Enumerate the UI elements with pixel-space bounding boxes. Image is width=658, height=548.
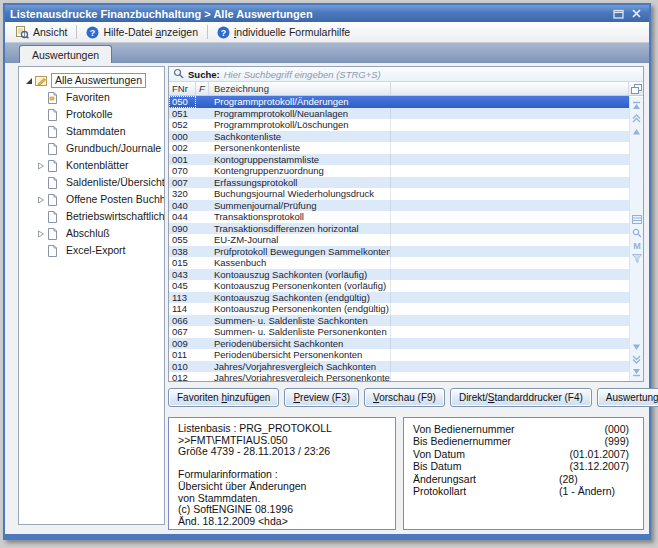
tab-auswertungen[interactable]: Auswertungen <box>19 45 112 63</box>
tree-item-label: Alle Auswertungen <box>51 73 146 88</box>
help-icon: ? <box>86 26 99 39</box>
table-row[interactable]: 001Kontogruppenstammliste <box>169 154 629 166</box>
preview-f3-button[interactable]: Preview (F3) <box>284 388 359 407</box>
parameter-label: Änderungsart <box>413 473 559 485</box>
magnifier-icon[interactable] <box>630 226 643 239</box>
table-row[interactable]: 114Kontoauszug Personenkonten (endgültig… <box>169 303 629 315</box>
table-row[interactable]: 050Programmprotokoll/Änderungen <box>169 96 629 108</box>
scroll-up-icon[interactable] <box>630 125 643 138</box>
cell-fnr: 055 <box>169 234 196 246</box>
cell-bezeichnung: Summen- u. Saldenliste Personenkonten <box>209 326 391 338</box>
table-row[interactable]: 038Prüfprotokoll Bewegungen Sammelkonten <box>169 246 629 258</box>
direct-standard-printer-button[interactable]: Direkt/Standarddrucker (F4) <box>450 388 592 407</box>
cell-fnr: 052 <box>169 119 196 131</box>
tree-item-2[interactable]: Stammdaten <box>19 123 164 140</box>
arrow-collapsed-icon[interactable] <box>37 196 45 204</box>
info-line: Größe 4739 - 28.11.2013 / 23:26 <box>178 446 386 458</box>
table-row[interactable]: 090Transaktionsdifferenzen horizontal <box>169 223 629 235</box>
scroll-page-up-icon[interactable] <box>630 112 643 125</box>
table-row[interactable]: 045Kontoauszug Personenkonten (vorläufig… <box>169 280 629 292</box>
tree-item-root[interactable]: Alle Auswertungen <box>19 72 164 89</box>
column-header-fnr[interactable]: FNr <box>169 82 196 95</box>
table-row[interactable]: 002Personenkontenliste <box>169 142 629 154</box>
parameter-value: (01.01.2007) <box>559 448 629 460</box>
table-row[interactable]: 070Kontengruppenzuordnung <box>169 165 629 177</box>
table-row[interactable]: 040Summenjournal/Prüfung <box>169 200 629 212</box>
table-row[interactable]: 052Programmprotokoll/Löschungen <box>169 119 629 131</box>
table-row[interactable]: 007Erfassungsprotokoll <box>169 177 629 189</box>
table-row[interactable]: 067Summen- u. Saldenliste Personenkonten <box>169 326 629 338</box>
add-favorites-button[interactable]: Favoriten hinzufügen <box>168 388 279 407</box>
page-icon <box>47 245 58 257</box>
scroll-down-icon[interactable] <box>630 340 643 353</box>
tree-item-3[interactable]: Grundbuch/Journale <box>19 140 164 157</box>
arrow-collapsed-icon[interactable] <box>37 230 45 238</box>
view-list-icon[interactable] <box>630 213 643 226</box>
scroll-page-down-icon[interactable] <box>630 353 643 366</box>
column-header-f[interactable]: F <box>196 82 209 95</box>
ansicht-button[interactable]: Ansicht <box>9 24 73 41</box>
column-chooser-icon[interactable] <box>629 82 643 95</box>
tree-item-5[interactable]: Saldenliste/Übersicht <box>19 174 164 191</box>
table-row[interactable]: 015Kassenbuch <box>169 257 629 269</box>
cell-fnr: 090 <box>169 223 196 235</box>
table-row[interactable]: 051Programmprotokoll/Neuanlagen <box>169 108 629 120</box>
report-table: Suche: Hier Suchbegriff eingeben (STRG+S… <box>168 66 644 382</box>
marker-icon[interactable]: M <box>630 239 643 252</box>
table-row[interactable]: 012Jahres/Vorjahresvergleich Personenkon… <box>169 372 629 381</box>
filter-icon[interactable] <box>630 252 643 265</box>
table-row[interactable]: 066Summen- u. Saldenliste Sachkonten <box>169 315 629 327</box>
tree-item-6[interactable]: Offene Posten Buchhaltung <box>19 191 164 208</box>
tree-item-label: Offene Posten Buchhaltung <box>63 193 165 206</box>
search-input[interactable]: Hier Suchbegriff eingeben (STRG+S) <box>224 69 381 80</box>
restore-icon[interactable] <box>610 7 626 20</box>
print-report-button[interactable]: Auswertung drucken <box>597 388 658 407</box>
table-row[interactable]: 010Jahres/Vorjahresvergleich Sachkonten <box>169 361 629 373</box>
cell-bezeichnung: Summenjournal/Prüfung <box>209 200 391 212</box>
table-row[interactable]: 011Periodenübersicht Personenkonten <box>169 349 629 361</box>
table-row[interactable]: 000Sachkontenliste <box>169 131 629 143</box>
tree-item-label: Saldenliste/Übersicht <box>63 176 165 189</box>
toolbar-separator <box>207 25 208 39</box>
column-header-bezeichnung[interactable]: Bezeichnung <box>209 82 391 95</box>
table-row[interactable]: 044Transaktionsprotokoll <box>169 211 629 223</box>
tree-item-8[interactable]: Abschluß <box>19 225 164 242</box>
cell-fnr: 015 <box>169 257 196 269</box>
arrow-collapsed-icon[interactable] <box>37 162 45 170</box>
cell-fnr: 043 <box>169 269 196 281</box>
cell-bezeichnung: Buchungsjournal Wiederholungsdruck <box>209 188 391 200</box>
page-icon <box>47 160 58 172</box>
vorschau-f9-button[interactable]: Vorschau (F9) <box>364 388 445 407</box>
individuelle-formularhilfe-button[interactable]: ?individuelle Formularhilfe <box>211 24 356 41</box>
scroll-bottom-icon[interactable] <box>630 366 643 379</box>
search-icon <box>173 68 184 81</box>
scroll-top-icon[interactable] <box>630 99 643 112</box>
cell-bezeichnung: Kontengruppenzuordnung <box>209 165 391 177</box>
arrow-expanded-icon[interactable] <box>25 77 33 85</box>
tree-item-4[interactable]: Kontenblätter <box>19 157 164 174</box>
tree-item-7[interactable]: Betriebswirtschaftliche Auswertungen <box>19 208 164 225</box>
table-row[interactable]: 043Kontoauszug Sachkonten (vorläufig) <box>169 269 629 281</box>
table-row[interactable]: 320Buchungsjournal Wiederholungsdruck <box>169 188 629 200</box>
tree-item-9[interactable]: Excel-Export <box>19 242 164 259</box>
tree-item-1[interactable]: Protokolle <box>19 106 164 123</box>
toolbar-button-label: individuelle Formularhilfe <box>234 26 350 38</box>
hilfe-datei-anzeigen-button[interactable]: ?Hilfe-Datei anzeigen <box>80 24 204 41</box>
tree-item-label: Abschluß <box>63 227 113 240</box>
table-scroll-rail: M <box>629 97 643 381</box>
svg-text:?: ? <box>221 27 227 37</box>
right-column: Suche: Hier Suchbegriff eingeben (STRG+S… <box>168 66 644 529</box>
cell-bezeichnung: Personenkontenliste <box>209 142 391 154</box>
search-bar[interactable]: Suche: Hier Suchbegriff eingeben (STRG+S… <box>169 67 643 82</box>
parameter-value: (31.12.2007) <box>559 460 629 472</box>
close-icon[interactable] <box>628 7 644 20</box>
cell-fnr: 051 <box>169 108 196 120</box>
table-row[interactable]: 055EU-ZM-Journal <box>169 234 629 246</box>
cell-fnr: 038 <box>169 246 196 258</box>
table-row[interactable]: 113Kontoauszug Sachkonten (endgültig) <box>169 292 629 304</box>
parameters-panel: Von Bedienernummer(000)Bis Bedienernumme… <box>403 417 644 530</box>
tree-item-0[interactable]: Favoriten <box>19 89 164 106</box>
table-row[interactable]: 009Periodenübersicht Sachkonten <box>169 338 629 350</box>
tree-panel: Alle AuswertungenFavoritenProtokolleStam… <box>18 66 165 525</box>
column-header-empty <box>391 82 629 95</box>
